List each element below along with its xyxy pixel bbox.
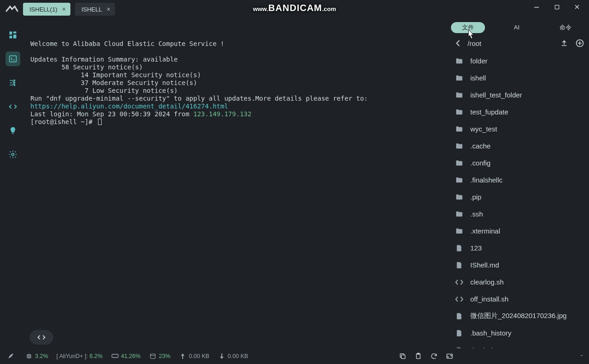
svg-rect-16 xyxy=(401,355,405,358)
sidebar-code-icon[interactable] xyxy=(6,99,20,114)
file-name: .config xyxy=(470,159,491,167)
titlebar: ISHELL(1) × ISHELL × www.BANDICAM.com xyxy=(0,0,589,18)
tab-ai[interactable]: AI xyxy=(503,22,531,33)
tab-file[interactable]: 文件 xyxy=(451,22,485,33)
tab-label: ISHELL(1) xyxy=(29,6,58,13)
status-cpu[interactable]: 3.2% xyxy=(25,352,48,360)
status-right-icons: - xyxy=(398,352,583,360)
memory-icon xyxy=(111,352,119,360)
file-item[interactable]: wyc_test xyxy=(449,120,589,137)
tab-command[interactable]: 命令 xyxy=(549,22,583,33)
folder-icon xyxy=(454,73,465,84)
upload-icon[interactable] xyxy=(560,39,569,48)
terminal-link[interactable]: https://help.aliyun.com/document_detail/… xyxy=(30,102,228,110)
right-panel: 文件 AI 命令 /root folderishellishell_test_f… xyxy=(449,18,589,348)
file-icon xyxy=(454,311,465,322)
folder-icon xyxy=(454,124,465,135)
current-path[interactable]: /root xyxy=(468,40,560,47)
svg-point-10 xyxy=(12,154,14,156)
close-icon[interactable]: × xyxy=(107,6,110,13)
file-item[interactable]: .pip xyxy=(449,188,589,205)
file-name: off_install.sh xyxy=(470,295,508,303)
terminal-pane[interactable]: Welcome to Alibaba Cloud Elastic Compute… xyxy=(26,18,449,348)
minimize-button[interactable] xyxy=(526,0,547,14)
status-upload[interactable]: 0.00 KB xyxy=(179,352,209,360)
file-item[interactable]: clearlog.sh xyxy=(449,273,589,290)
fullscreen-icon[interactable] xyxy=(445,352,454,360)
add-icon[interactable] xyxy=(575,39,584,48)
net-value: 6.2% xyxy=(89,353,103,359)
file-item[interactable]: test_fupdate xyxy=(449,103,589,120)
status-memory[interactable]: 41.26% xyxy=(111,352,140,360)
file-item[interactable]: IShell.md xyxy=(449,256,589,273)
file-item[interactable]: .ssh xyxy=(449,205,589,222)
file-name: folder xyxy=(470,57,488,65)
status-disk[interactable]: 23% xyxy=(149,352,170,360)
file-item[interactable]: folder xyxy=(449,52,589,69)
file-item[interactable]: .xterminal xyxy=(449,222,589,239)
maximize-button[interactable] xyxy=(547,0,567,14)
status-network[interactable]: [ AliYunD+ ]: 6.2% xyxy=(57,353,103,359)
back-button[interactable] xyxy=(453,38,464,49)
file-item[interactable]: off_install.sh xyxy=(449,290,589,307)
svg-point-15 xyxy=(150,354,156,356)
sidebar-terminal-icon[interactable] xyxy=(6,51,20,66)
sidebar-settings-icon[interactable] xyxy=(6,147,20,162)
file-item[interactable]: .bash_history xyxy=(449,324,589,341)
sidebar-connection-icon[interactable] xyxy=(6,75,20,90)
folder-icon xyxy=(454,107,465,118)
code-file-icon xyxy=(454,277,465,288)
upload-arrow-icon xyxy=(179,352,187,360)
file-icon xyxy=(454,328,465,339)
file-item[interactable]: .config xyxy=(449,154,589,171)
file-name: test_fupdate xyxy=(470,108,508,116)
terminal-expand-button[interactable] xyxy=(29,330,53,345)
tab-strip: ISHELL(1) × ISHELL × xyxy=(23,3,115,16)
file-item[interactable]: .cache xyxy=(449,137,589,154)
folder-icon xyxy=(454,158,465,169)
folder-icon xyxy=(454,56,465,67)
file-name: ishell xyxy=(470,74,486,82)
file-name: .cache xyxy=(470,142,491,150)
folder-icon xyxy=(454,192,465,203)
close-icon[interactable]: × xyxy=(62,6,66,13)
watermark: www.BANDICAM.com xyxy=(253,3,336,13)
file-icon xyxy=(454,243,465,254)
status-bar: 3.2% [ AliYunD+ ]: 6.2% 41.26% 23% 0.00 … xyxy=(0,348,589,364)
file-icon xyxy=(454,260,465,271)
file-item[interactable]: .bash_logout xyxy=(449,341,589,348)
file-item[interactable]: ishell_test_folder xyxy=(449,86,589,103)
status-download[interactable]: 0.00 KB xyxy=(218,352,248,360)
net-label: [ AliYunD+ ]: xyxy=(57,353,88,359)
file-icon xyxy=(454,345,465,349)
file-item[interactable]: 微信图片_20240820170236.jpg xyxy=(449,307,589,324)
svg-rect-4 xyxy=(13,34,17,38)
svg-point-7 xyxy=(14,80,15,81)
status-rocket[interactable] xyxy=(6,352,17,360)
close-button[interactable] xyxy=(567,0,587,14)
svg-rect-5 xyxy=(10,36,12,39)
sidebar-lightbulb-icon[interactable] xyxy=(6,123,20,138)
download-arrow-icon xyxy=(218,352,226,360)
paste-icon[interactable] xyxy=(414,352,422,360)
folder-icon xyxy=(454,209,465,220)
file-name: .xterminal xyxy=(470,227,500,235)
sidebar xyxy=(0,18,26,348)
code-file-icon xyxy=(454,294,465,305)
svg-rect-14 xyxy=(112,354,118,358)
tab-ishell-1[interactable]: ISHELL(1) × xyxy=(23,3,70,16)
tab-label: ISHELL xyxy=(81,6,102,13)
file-item[interactable]: 123 xyxy=(449,239,589,256)
svg-rect-6 xyxy=(10,56,17,62)
last-login-ip: 123.149.179.132 xyxy=(193,110,251,118)
sidebar-dashboard-icon[interactable] xyxy=(6,28,20,42)
file-name: .ssh xyxy=(470,210,483,218)
disk-value: 23% xyxy=(159,353,170,359)
tab-ishell[interactable]: ISHELL × xyxy=(75,3,115,16)
file-name: 微信图片_20240820170236.jpg xyxy=(470,312,566,320)
folder-icon xyxy=(454,90,465,101)
refresh-icon[interactable] xyxy=(430,352,438,360)
copy-icon[interactable] xyxy=(398,352,407,360)
file-item[interactable]: .finalshellc xyxy=(449,171,589,188)
file-item[interactable]: ishell xyxy=(449,69,589,86)
